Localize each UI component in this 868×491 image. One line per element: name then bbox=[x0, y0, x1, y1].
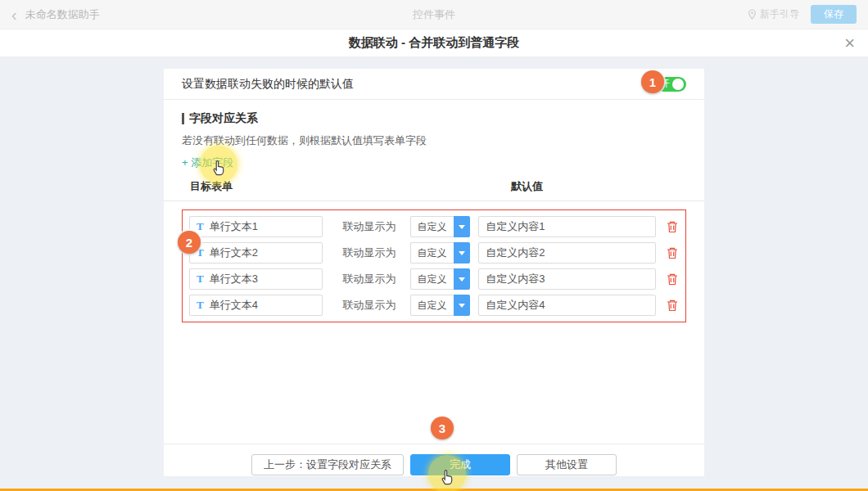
caret-down-icon bbox=[454, 216, 470, 237]
field-mapping-row: T 单行文本3 联动显示为 自定义 bbox=[189, 268, 679, 290]
field-mapping-row: T 单行文本2 联动显示为 自定义 bbox=[189, 242, 679, 264]
trash-icon bbox=[666, 246, 679, 260]
linkage-display-label: 联动显示为 bbox=[342, 298, 396, 313]
trash-icon bbox=[666, 273, 679, 286]
back-icon[interactable]: ‹ bbox=[11, 7, 17, 23]
trash-icon bbox=[666, 299, 679, 313]
target-field-label: 单行文本3 bbox=[210, 272, 258, 286]
target-field-input[interactable]: T 单行文本1 bbox=[189, 216, 323, 237]
display-mode-select[interactable]: 自定义 bbox=[410, 242, 470, 264]
modal-title: 数据联动 - 合并联动到普通字段 bbox=[349, 35, 519, 51]
section-description: 若没有联动到任何数据，则根据默认值填写表单字段 bbox=[182, 133, 686, 148]
caret-down-icon bbox=[454, 295, 470, 316]
linkage-display-label: 联动显示为 bbox=[342, 272, 396, 286]
default-value-title: 设置数据联动失败的时候的默认值 bbox=[182, 77, 354, 92]
table-divider bbox=[164, 200, 704, 201]
delete-row-button[interactable] bbox=[666, 220, 679, 234]
trash-icon bbox=[666, 220, 679, 234]
delete-row-button[interactable] bbox=[666, 246, 679, 260]
caret-down-icon bbox=[454, 268, 470, 290]
add-field-link[interactable]: + 添加字段 bbox=[182, 155, 233, 170]
close-icon[interactable]: × bbox=[844, 33, 855, 54]
target-field-label: 单行文本4 bbox=[210, 298, 258, 313]
target-field-input[interactable]: T 单行文本2 bbox=[189, 242, 323, 264]
other-settings-button[interactable]: 其他设置 bbox=[517, 454, 617, 475]
beginner-guide-link[interactable]: 新手引导 bbox=[748, 7, 799, 21]
section-marker bbox=[182, 113, 184, 124]
display-mode-select[interactable]: 自定义 bbox=[410, 216, 470, 237]
custom-value-input[interactable] bbox=[478, 242, 656, 264]
display-mode-select[interactable]: 自定义 bbox=[410, 268, 470, 290]
field-mapping-group: T 单行文本1 联动显示为 自定义 T 单行文本2 bbox=[182, 209, 686, 322]
table-header: 目标表单 默认值 bbox=[182, 179, 686, 194]
custom-value-input[interactable] bbox=[478, 216, 656, 237]
panel-footer: 上一步：设置字段对应关系 完成 其他设置 bbox=[164, 444, 704, 476]
field-mapping-row: T 单行文本4 联动显示为 自定义 bbox=[189, 295, 679, 316]
field-mapping-row: T 单行文本1 联动显示为 自定义 bbox=[189, 216, 679, 237]
column-default-value: 默认值 bbox=[511, 179, 543, 194]
section-title-text: 字段对应关系 bbox=[189, 111, 258, 126]
done-button[interactable]: 完成 bbox=[410, 454, 510, 475]
toggle-knob bbox=[672, 79, 684, 90]
field-mapping-section: 字段对应关系 若没有联动到任何数据，则根据默认值填写表单字段 + 添加字段 目标… bbox=[164, 100, 704, 322]
annotation-step-3: 3 bbox=[431, 417, 454, 439]
custom-value-input[interactable] bbox=[478, 295, 656, 316]
delete-row-button[interactable] bbox=[666, 273, 679, 286]
guide-label: 新手引导 bbox=[760, 7, 799, 21]
column-target-form: 目标表单 bbox=[190, 179, 233, 194]
annotation-step-1: 1 bbox=[641, 70, 664, 93]
select-value: 自定义 bbox=[410, 268, 454, 290]
topbar: ‹ 未命名数据助手 控件事件 新手引导 保存 bbox=[0, 0, 868, 29]
select-value: 自定义 bbox=[410, 216, 454, 237]
save-button[interactable]: 保存 bbox=[811, 5, 857, 24]
linkage-display-label: 联动显示为 bbox=[342, 219, 396, 234]
linkage-display-label: 联动显示为 bbox=[342, 246, 396, 260]
select-value: 自定义 bbox=[410, 242, 454, 264]
target-field-input[interactable]: T 单行文本4 bbox=[189, 295, 323, 316]
target-field-label: 单行文本2 bbox=[210, 246, 258, 260]
custom-value-input[interactable] bbox=[478, 268, 656, 290]
section-title: 字段对应关系 bbox=[182, 111, 686, 126]
default-value-header: 设置数据联动失败的时候的默认值 开 bbox=[164, 69, 704, 100]
app-title: 未命名数据助手 bbox=[25, 7, 100, 22]
target-field-label: 单行文本1 bbox=[210, 219, 258, 234]
annotation-step-2: 2 bbox=[178, 231, 201, 254]
single-line-text-icon: T bbox=[197, 220, 204, 233]
caret-down-icon bbox=[454, 242, 470, 264]
display-mode-select[interactable]: 自定义 bbox=[410, 295, 470, 316]
select-value: 自定义 bbox=[410, 295, 454, 316]
settings-panel: 设置数据联动失败的时候的默认值 开 字段对应关系 若没有联动到任何数据，则根据默… bbox=[164, 69, 704, 476]
location-pin-icon bbox=[748, 9, 757, 20]
topbar-center-title: 控件事件 bbox=[0, 7, 868, 22]
modal-header: 数据联动 - 合并联动到普通字段 × bbox=[0, 29, 868, 57]
delete-row-button[interactable] bbox=[666, 299, 679, 313]
previous-step-button[interactable]: 上一步：设置字段对应关系 bbox=[251, 454, 404, 475]
single-line-text-icon: T bbox=[197, 299, 204, 312]
single-line-text-icon: T bbox=[197, 273, 204, 286]
target-field-input[interactable]: T 单行文本3 bbox=[189, 268, 323, 290]
